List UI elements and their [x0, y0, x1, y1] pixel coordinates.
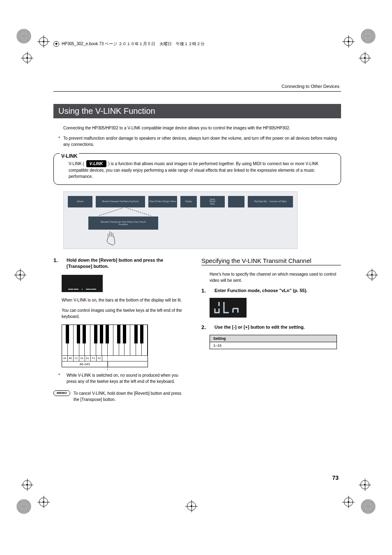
panel-illustration: Volume Reverb Transpose TwinPiano KeyTou… [63, 191, 297, 249]
key-label: F1 [91, 356, 97, 361]
print-header-text: HP305_302_e.book 73 ページ ２０１０年１月５日 火曜日 午後… [62, 41, 205, 47]
left-column: 1. Hold down the [Reverb] button and pre… [53, 257, 185, 405]
crop-mark [360, 53, 369, 62]
step-text: Enter Function mode, choose "vLn" (p. 55… [214, 288, 341, 294]
key-label: D1 [79, 356, 85, 361]
crop-mark [39, 497, 48, 507]
detail-panel: Reverb Transpose Twin Piano Key Touch Fu… [88, 216, 158, 230]
crop-mark [344, 497, 353, 507]
print-header: ✦ HP305_302_e.book 73 ページ ２０１０年１月５日 火曜日 … [53, 33, 341, 47]
keyboard-diagram: A0 B0 C1 D1 E1 F1 G1 A0–G#1 [62, 325, 148, 367]
intro-note: * To prevent malfunction and/or damage t… [53, 135, 341, 147]
page-number: 73 [332, 474, 339, 481]
key-label: E1 [85, 356, 91, 361]
crop-mark [360, 480, 369, 489]
lcd-display [62, 275, 103, 292]
corner-ornament [361, 499, 376, 514]
section-title: Using the V-LINK Function [53, 104, 341, 118]
crop-mark [39, 37, 48, 46]
page-content: ✦ HP305_302_e.book 73 ページ ２０１０年１月５日 火曜日 … [53, 33, 341, 405]
page-header-label: Connecting to Other Devices [53, 84, 341, 89]
range-label: A0–G#1 [62, 362, 108, 367]
footnote: * While V-LINK is switched on, no sound … [53, 372, 185, 385]
memo-badge: MEMO [53, 390, 70, 396]
intro-text: Connecting the HP305/HP302 to a V-LINK c… [53, 125, 341, 131]
key-label: C1 [74, 356, 79, 361]
step-number: 1. [201, 288, 210, 294]
step-text: Hold down the [Reverb] button and press … [67, 257, 185, 270]
step-number: 2. [201, 324, 210, 330]
after-display-text: When V-LINK is on, the bars at the botto… [62, 297, 185, 303]
memo-text: To cancel V-LINK, hold down the [Reverb]… [74, 390, 185, 403]
vlink-body: V-LINK ( V-LINK ) is a function that all… [54, 154, 341, 184]
lcd-display-big [210, 298, 247, 318]
table-cell: 1–16 [210, 342, 337, 349]
control-text: You can control images using the twelve … [62, 307, 185, 320]
step-text: Use the [-] or [+] button to edit the se… [214, 324, 341, 330]
corner-ornament [16, 29, 31, 44]
subsection-title: Specifying the V-LINK Transmit Channel [201, 257, 341, 265]
crop-mark [187, 502, 196, 511]
key-label: G1 [97, 356, 102, 361]
key-label: A0 [62, 356, 68, 361]
corner-ornament [361, 29, 376, 44]
print-header-icon: ✦ [53, 41, 59, 47]
corner-ornament [16, 499, 31, 514]
crop-mark [23, 53, 32, 62]
right-intro: Here's how to specify the channel on whi… [210, 271, 341, 283]
asterisk-icon: * [58, 372, 60, 378]
memo-row: MEMO To cancel V-LINK, hold down the [Re… [53, 390, 185, 403]
hand-icon [105, 230, 117, 247]
crop-mark [23, 480, 32, 489]
vlink-pretext: V-LINK ( [69, 161, 84, 166]
detail-panel-line2: Function [118, 223, 128, 226]
right-column: Specifying the V-LINK Transmit Channel H… [201, 257, 341, 405]
vlink-label: V-LINK [60, 153, 79, 159]
crop-mark [16, 270, 25, 279]
step-number: 1. [53, 257, 62, 270]
intro-note-text: To prevent malfunction and/or damage to … [63, 136, 337, 147]
vlink-box: V-LINK V-LINK ( V-LINK ) is a function t… [53, 153, 341, 185]
settings-table: Setting 1–16 [210, 335, 337, 349]
vlink-logo-icon: V-LINK [86, 160, 106, 167]
crop-mark [344, 37, 353, 46]
asterisk-icon: * [58, 135, 60, 141]
footnote-text: While V-LINK is switched on, no sound is… [67, 373, 178, 384]
crop-mark [367, 270, 376, 279]
table-header: Setting [210, 335, 337, 342]
key-label: B0 [68, 356, 74, 361]
header-rule [53, 91, 341, 92]
